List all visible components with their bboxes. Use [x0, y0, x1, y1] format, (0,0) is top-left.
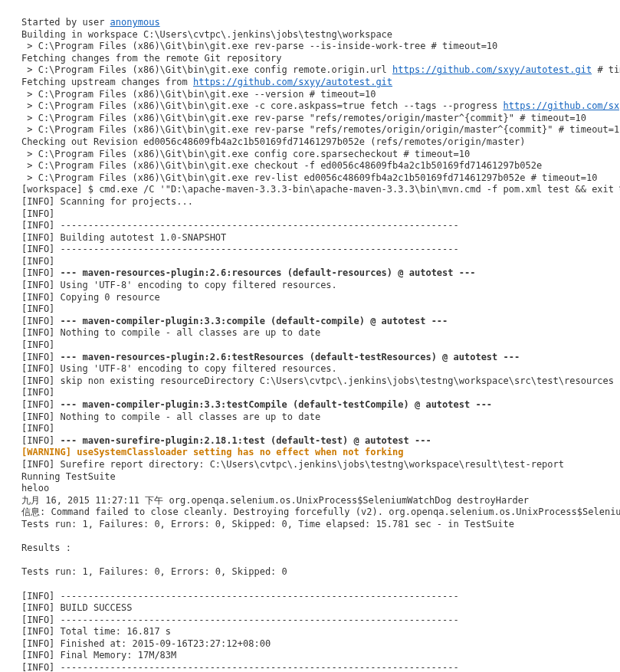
console-line: [INFO] --- maven-resources-plugin:2.6:re…: [21, 267, 599, 280]
console-text: Fetching upstream changes from: [21, 77, 193, 87]
console-line: > C:\Program Files (x86)\Git\bin\git.exe…: [21, 124, 599, 136]
console-line: [INFO] Surefire report directory: C:\Use…: [21, 459, 599, 471]
console-line: [INFO] --- maven-compiler-plugin:3.3:com…: [21, 316, 599, 328]
console-bold: --- maven-compiler-plugin:3.3:compile (d…: [61, 316, 448, 326]
console-text: [workspace] $ cmd.exe /C '"D:\apache-mav…: [21, 184, 620, 195]
console-line: > C:\Program Files (x86)\Git\bin\git.exe…: [21, 113, 599, 125]
console-line: [INFO]: [21, 387, 599, 399]
console-text: Building in workspace C:\Users\cvtpc\.je…: [21, 29, 392, 40]
console-line: [INFO]: [21, 423, 599, 435]
console-line: > C:\Program Files (x86)\Git\bin\git.exe…: [21, 64, 599, 77]
console-text: 信息: Command failed to close cleanly. Des…: [21, 506, 620, 517]
console-text: > C:\Program Files (x86)\Git\bin\git.exe…: [21, 41, 497, 51]
console-text: [INFO]: [21, 435, 61, 446]
console-text: [INFO] Surefire report directory: C:\Use…: [21, 459, 564, 470]
console-text: [INFO] BUILD SUCCESS: [21, 602, 133, 613]
console-link[interactable]: https://github.com/sxyy/autotest.g: [504, 100, 620, 111]
console-text: [INFO]: [21, 316, 61, 326]
console-text: [INFO] ---------------------------------…: [21, 662, 459, 672]
console-line: [INFO] --- maven-surefire-plugin:2.18.1:…: [21, 435, 599, 447]
console-line: > C:\Program Files (x86)\Git\bin\git.exe…: [21, 160, 599, 172]
console-line: heloo: [21, 483, 599, 495]
console-text: [INFO]: [21, 399, 61, 410]
console-text: [INFO] Copying 0 resource: [21, 292, 160, 303]
console-line: [INFO] Building autotest 1.0-SNAPSHOT: [21, 232, 599, 244]
console-text: Results :: [21, 543, 71, 553]
console-text: # timeout=10: [592, 64, 620, 75]
console-link[interactable]: anonymous: [110, 17, 160, 28]
console-text: [INFO]: [21, 267, 61, 278]
console-line: [INFO]: [21, 303, 599, 316]
console-line: Fetching changes from the remote Git rep…: [21, 53, 599, 65]
console-text: [21, 555, 27, 565]
console-text: [INFO]: [21, 387, 54, 398]
console-warning: [WARNING] useSystemClassloader setting h…: [21, 447, 404, 457]
console-line: > C:\Program Files (x86)\Git\bin\git.exe…: [21, 149, 599, 161]
console-text: [INFO] Using 'UTF-8' encoding to copy fi…: [21, 363, 337, 374]
console-line: > C:\Program Files (x86)\Git\bin\git.exe…: [21, 41, 599, 53]
console-line: > C:\Program Files (x86)\Git\bin\git.exe…: [21, 100, 599, 113]
console-line: [INFO] Scanning for projects...: [21, 196, 599, 208]
console-line: Tests run: 1, Failures: 0, Errors: 0, Sk…: [21, 566, 599, 579]
console-line: [INFO] Total time: 16.817 s: [21, 626, 599, 638]
console-line: [INFO] Using 'UTF-8' encoding to copy fi…: [21, 363, 599, 375]
console-text: > C:\Program Files (x86)\Git\bin\git.exe…: [21, 100, 504, 111]
console-link[interactable]: https://github.com/sxyy/autotest.git: [193, 77, 392, 87]
console-line: 信息: Command failed to close cleanly. Des…: [21, 506, 599, 519]
console-line: > C:\Program Files (x86)\Git\bin\git.exe…: [21, 89, 599, 101]
console-line: [21, 555, 599, 567]
console-text: > C:\Program Files (x86)\Git\bin\git.exe…: [21, 64, 392, 75]
console-bold: --- maven-surefire-plugin:2.18.1:test (d…: [61, 435, 431, 446]
console-text: 九月 16, 2015 11:27:11 下午 org.openqa.selen…: [21, 495, 529, 506]
console-text: [21, 579, 27, 589]
console-text: [INFO] ---------------------------------…: [21, 615, 459, 625]
console-bold: --- maven-resources-plugin:2.6:testResou…: [61, 352, 520, 362]
console-text: [INFO] Using 'UTF-8' encoding to copy fi…: [21, 280, 337, 290]
console-text: > C:\Program Files (x86)\Git\bin\git.exe…: [21, 89, 376, 100]
console-text: [INFO] Building autotest 1.0-SNAPSHOT: [21, 232, 226, 243]
console-line: Tests run: 1, Failures: 0, Errors: 0, Sk…: [21, 519, 599, 531]
console-line: [INFO] ---------------------------------…: [21, 220, 599, 232]
console-text: heloo: [21, 483, 49, 493]
console-link[interactable]: https://github.com/sxyy/autotest.git: [392, 64, 592, 75]
console-bold: --- maven-compiler-plugin:3.3:testCompil…: [61, 399, 493, 410]
console-text: > C:\Program Files (x86)\Git\bin\git.exe…: [21, 160, 542, 171]
console-line: [INFO] Using 'UTF-8' encoding to copy fi…: [21, 280, 599, 292]
console-text: [INFO] skip non existing resourceDirecto…: [21, 375, 614, 386]
console-text: [INFO]: [21, 256, 54, 267]
console-line: [INFO] Finished at: 2015-09-16T23:27:12+…: [21, 638, 599, 651]
console-text: [INFO] ---------------------------------…: [21, 244, 459, 254]
console-text: [INFO]: [21, 303, 54, 314]
console-text: [INFO]: [21, 208, 54, 219]
console-line: [WARNING] useSystemClassloader setting h…: [21, 447, 599, 459]
console-line: Started by user anonymous: [21, 17, 599, 29]
console-text: [INFO]: [21, 339, 54, 350]
console-text: [INFO] Scanning for projects...: [21, 196, 193, 207]
console-line: [INFO]: [21, 256, 599, 268]
console-line: [INFO] --- maven-resources-plugin:2.6:te…: [21, 352, 599, 364]
console-text: Tests run: 1, Failures: 0, Errors: 0, Sk…: [21, 566, 287, 577]
console-line: Fetching upstream changes from https://g…: [21, 77, 599, 89]
console-output: Started by user anonymousBuilding in wor…: [21, 17, 599, 672]
console-line: Checking out Revision ed0056c48609fb4a2c…: [21, 136, 599, 149]
console-line: [INFO] skip non existing resourceDirecto…: [21, 375, 599, 388]
console-line: [INFO] Copying 0 resource: [21, 292, 599, 304]
console-line: [INFO] BUILD SUCCESS: [21, 602, 599, 615]
console-text: Running TestSuite: [21, 471, 116, 482]
console-text: [INFO] ---------------------------------…: [21, 591, 459, 602]
console-line: [INFO] ---------------------------------…: [21, 244, 599, 256]
console-text: [INFO] Nothing to compile - all classes …: [21, 411, 320, 422]
console-text: [INFO] Finished at: 2015-09-16T23:27:12+…: [21, 638, 271, 649]
console-text: > C:\Program Files (x86)\Git\bin\git.exe…: [21, 172, 597, 183]
console-text: [INFO] Total time: 16.817 s: [21, 626, 171, 637]
console-text: [INFO] ---------------------------------…: [21, 220, 459, 231]
console-line: [INFO] Nothing to compile - all classes …: [21, 411, 599, 424]
console-line: Building in workspace C:\Users\cvtpc\.je…: [21, 29, 599, 41]
console-text: Tests run: 1, Failures: 0, Errors: 0, Sk…: [21, 519, 514, 529]
console-bold: --- maven-resources-plugin:2.6:resources…: [61, 267, 476, 278]
console-line: [INFO] Nothing to compile - all classes …: [21, 327, 599, 339]
console-line: Running TestSuite: [21, 471, 599, 484]
console-text: [INFO] Nothing to compile - all classes …: [21, 327, 320, 338]
console-line: Results :: [21, 543, 599, 555]
console-line: [INFO] ---------------------------------…: [21, 662, 599, 672]
